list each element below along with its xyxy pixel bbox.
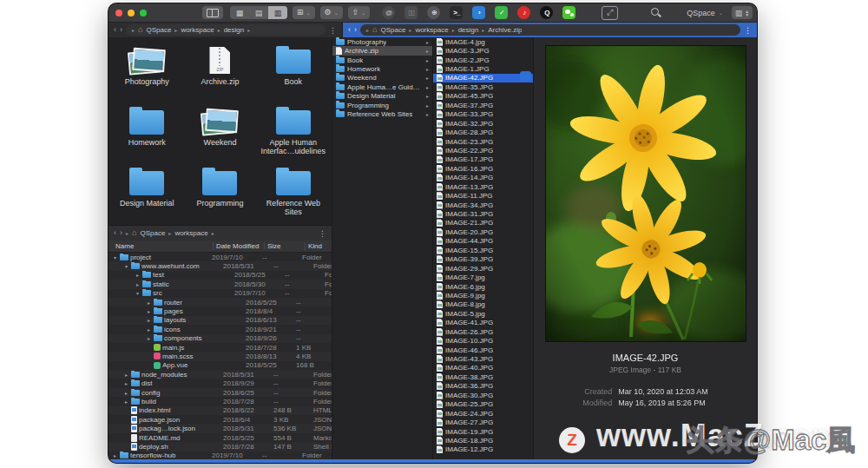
file-row[interactable]: IMAGE-45.JPG <box>433 92 533 101</box>
icon-view-icon[interactable]: ▦ <box>230 6 249 19</box>
more-options-icon[interactable]: ⋮ <box>744 26 752 35</box>
more-options-icon[interactable]: ⋮ <box>319 229 326 238</box>
list-view-icon[interactable]: ▤ <box>249 6 268 19</box>
file-row[interactable]: IMAGE-31.JPG <box>433 209 533 218</box>
file-row[interactable]: IMAGE-46.JPG <box>433 346 533 354</box>
disclosure-triangle-icon[interactable] <box>146 317 152 323</box>
split-pane-disabled-icon[interactable]: ▯▯ <box>404 6 418 19</box>
file-row[interactable]: IMAGE-15.JPG <box>433 246 533 254</box>
breadcrumb-segment[interactable]: QSpace▸ <box>146 26 177 34</box>
forward-icon[interactable]: › <box>354 26 357 34</box>
disclosure-triangle-icon[interactable] <box>123 372 129 378</box>
breadcrumb-segment[interactable]: QSpace▸ <box>140 229 171 237</box>
file-row[interactable]: IMAGE-41.JPG <box>433 319 533 327</box>
file-row[interactable]: IMAGE-4.jpg <box>433 37 533 46</box>
file-row[interactable]: IMAGE-23.JPG <box>433 137 533 146</box>
file-row[interactable]: IMAGE-7.jpg <box>433 273 533 281</box>
file-row[interactable]: IMAGE-21.JPG <box>433 219 533 227</box>
disclosure-triangle-icon[interactable] <box>146 308 152 314</box>
breadcrumb-segment[interactable]: QSpace▸ <box>380 26 411 34</box>
file-row[interactable]: IMAGE-2.JPG <box>433 56 533 64</box>
disclosure-triangle-icon[interactable] <box>123 390 129 396</box>
file-row[interactable]: IMAGE-18.JPG <box>433 436 533 445</box>
file-row[interactable]: IMAGE-38.JPG <box>433 372 533 381</box>
column-header-name[interactable]: Name <box>108 242 214 250</box>
table-row[interactable]: icons 2018/9/21 -- Folder <box>108 325 332 333</box>
history-chevron-icon[interactable]: ▸ <box>366 27 369 33</box>
table-row[interactable]: build 2018/7/28 -- Folder <box>108 397 332 405</box>
grid-item[interactable]: Design Material <box>110 161 183 222</box>
file-row[interactable]: IMAGE-37.JPG <box>433 101 533 109</box>
swirl-app-icon[interactable]: @ <box>382 6 395 19</box>
table-row[interactable]: README.md 2018/5/25 554 B Markdown <box>108 433 332 442</box>
breadcrumb-segment[interactable]: workspace▸ <box>415 26 454 34</box>
file-row[interactable]: IMAGE-9.jpg <box>433 291 533 300</box>
table-row[interactable]: static 2018/5/30 -- Folder <box>108 280 332 288</box>
history-chevron-icon[interactable]: ▸ <box>126 230 128 236</box>
disclosure-triangle-icon[interactable] <box>135 290 141 296</box>
toggle-dual-pane-button[interactable] <box>202 6 223 19</box>
table-row[interactable]: node_modules 2018/5/31 -- Folder <box>108 370 332 379</box>
file-row[interactable]: IMAGE-3.JPG <box>433 46 533 55</box>
back-icon[interactable]: ‹ <box>114 229 116 237</box>
share-icon[interactable]: ⇧⌄ <box>348 6 371 19</box>
column-header-size[interactable]: Size <box>265 242 306 250</box>
file-row[interactable]: IMAGE-33.JPG <box>433 110 533 119</box>
disclosure-triangle-icon[interactable] <box>146 326 152 333</box>
folder-row[interactable]: Programming ▸ <box>332 101 432 109</box>
layout-switcher-button[interactable]: ▥ ▲▼ <box>732 6 753 19</box>
fullscreen-button[interactable] <box>140 10 147 16</box>
table-row[interactable]: src 2019/7/10 -- Folder <box>108 289 332 298</box>
column-header-kind[interactable]: Kind <box>306 242 332 250</box>
wechat-app-icon[interactable] <box>562 6 575 19</box>
grid-item[interactable]: Photography <box>110 40 183 101</box>
file-row[interactable]: IMAGE-35.JPG <box>433 82 533 91</box>
file-row[interactable]: IMAGE-8.jpg <box>433 300 533 309</box>
table-row[interactable]: packag…lock.json 2018/5/31 536 KB JSON <box>108 424 332 432</box>
disclosure-triangle-icon[interactable] <box>123 399 129 405</box>
breadcrumb-segment[interactable]: design▸ <box>458 26 485 34</box>
file-row[interactable]: IMAGE-24.JPG <box>433 409 533 418</box>
more-options-icon[interactable]: ⋮ <box>329 26 337 35</box>
music-app-icon[interactable]: ♪ <box>517 6 530 19</box>
home-icon[interactable]: ⌂ <box>132 229 136 237</box>
grid-item[interactable]: Reference Web Sites <box>257 161 330 222</box>
breadcrumb-segment[interactable]: workspace▸ <box>181 26 220 34</box>
file-row[interactable]: IMAGE-44.JPG <box>433 237 533 246</box>
folder-row[interactable]: Weekend ▸ <box>332 74 432 82</box>
file-row[interactable]: IMAGE-10.JPG <box>433 336 533 345</box>
file-row[interactable]: IMAGE-12.JPG <box>433 445 533 454</box>
forward-icon[interactable]: › <box>120 26 122 34</box>
table-row[interactable]: www.awehunt.com 2018/5/31 -- Folder <box>108 261 332 270</box>
file-row[interactable]: IMAGE-29.JPG <box>433 264 533 273</box>
folder-row[interactable]: Reference Web Sites ▸ <box>332 110 432 119</box>
table-row[interactable]: pages 2018/8/4 -- Folder <box>108 307 332 315</box>
grid-item[interactable]: Apple Human Interfac…uidelines <box>257 101 330 161</box>
table-row[interactable]: main.js 2018/7/28 1 KB JavaScript <box>108 343 332 352</box>
terminal-app-icon[interactable]: >_ <box>450 6 463 19</box>
disclosure-triangle-icon[interactable] <box>146 300 152 306</box>
disclosure-triangle-icon[interactable] <box>135 281 141 287</box>
file-row[interactable]: IMAGE-28.JPG <box>433 128 533 136</box>
breadcrumb-segment[interactable]: design▸ <box>224 26 251 34</box>
breadcrumb-segment[interactable]: workspace▸ <box>174 229 214 237</box>
back-icon[interactable]: ‹ <box>114 26 116 34</box>
disclosure-triangle-icon[interactable] <box>112 452 118 458</box>
file-row[interactable]: IMAGE-42.JPG <box>433 74 533 82</box>
table-row[interactable]: deploy.sh 2018/7/28 147 B Shell Script <box>108 442 332 451</box>
table-row[interactable]: package.json 2018/6/4 3 KB JSON <box>108 415 332 424</box>
preview-image[interactable] <box>546 46 746 341</box>
file-row[interactable]: IMAGE-5.jpg <box>433 309 533 318</box>
file-row[interactable]: IMAGE-39.JPG <box>433 255 533 264</box>
file-row[interactable]: IMAGE-30.JPG <box>433 391 533 399</box>
file-row[interactable]: IMAGE-32.JPG <box>433 119 533 128</box>
disclosure-triangle-icon[interactable] <box>112 254 118 260</box>
vscode-app-icon[interactable]: › <box>472 6 485 19</box>
table-row[interactable]: index.html 2018/6/22 248 B HTML Text <box>108 406 332 415</box>
folder-row[interactable]: Archive.zip ▸ <box>332 46 432 55</box>
folder-row[interactable]: Photography ▸ <box>332 37 432 46</box>
table-row[interactable]: dist 2018/9/29 -- Folder <box>108 379 332 387</box>
file-row[interactable]: IMAGE-19.JPG <box>433 427 533 436</box>
column-header-date-modified[interactable]: Date Modified <box>214 242 265 250</box>
grid-item[interactable]: Weekend <box>183 101 256 161</box>
